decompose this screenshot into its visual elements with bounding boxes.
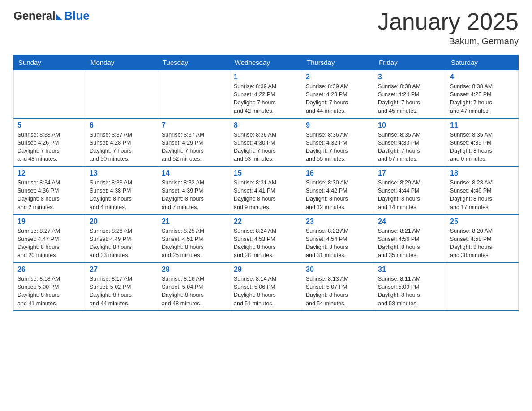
- calendar-cell: 22Sunrise: 8:24 AMSunset: 4:53 PMDayligh…: [230, 214, 302, 263]
- day-info: Sunrise: 8:18 AMSunset: 5:00 PMDaylight:…: [17, 275, 82, 308]
- day-info: Sunrise: 8:22 AMSunset: 4:54 PMDaylight:…: [306, 227, 370, 260]
- calendar-cell: 14Sunrise: 8:32 AMSunset: 4:39 PMDayligh…: [158, 166, 230, 214]
- day-number: 30: [306, 265, 370, 274]
- day-info: Sunrise: 8:24 AMSunset: 4:53 PMDaylight:…: [234, 227, 298, 260]
- day-number: 29: [234, 265, 298, 274]
- calendar-cell: [158, 70, 230, 118]
- calendar-cell: 7Sunrise: 8:37 AMSunset: 4:29 PMDaylight…: [158, 118, 230, 167]
- day-number: 26: [17, 265, 82, 274]
- day-number: 5: [17, 121, 82, 129]
- calendar-cell: 27Sunrise: 8:17 AMSunset: 5:02 PMDayligh…: [86, 262, 158, 311]
- day-info: Sunrise: 8:27 AMSunset: 4:47 PMDaylight:…: [17, 227, 82, 260]
- day-number: 6: [90, 121, 154, 129]
- calendar-cell: 26Sunrise: 8:18 AMSunset: 5:00 PMDayligh…: [14, 262, 86, 311]
- page-header: General Blue January 2025 Bakum, Germany: [13, 9, 519, 47]
- weekday-header-saturday: Saturday: [446, 55, 519, 70]
- logo-triangle-icon: [56, 14, 62, 20]
- day-info: Sunrise: 8:38 AMSunset: 4:26 PMDaylight:…: [17, 131, 82, 163]
- weekday-header-monday: Monday: [86, 55, 158, 70]
- month-title: January 2025: [378, 9, 519, 34]
- day-info: Sunrise: 8:14 AMSunset: 5:06 PMDaylight:…: [234, 275, 298, 308]
- location-text: Bakum, Germany: [378, 36, 519, 47]
- day-info: Sunrise: 8:28 AMSunset: 4:46 PMDaylight:…: [450, 179, 515, 211]
- calendar-cell: 11Sunrise: 8:35 AMSunset: 4:35 PMDayligh…: [446, 118, 519, 167]
- calendar-cell: 2Sunrise: 8:39 AMSunset: 4:23 PMDaylight…: [302, 70, 374, 118]
- day-number: 14: [162, 169, 226, 177]
- day-number: 3: [378, 73, 442, 81]
- calendar-table: SundayMondayTuesdayWednesdayThursdayFrid…: [13, 55, 519, 311]
- day-info: Sunrise: 8:29 AMSunset: 4:44 PMDaylight:…: [378, 179, 442, 211]
- calendar-cell: 19Sunrise: 8:27 AMSunset: 4:47 PMDayligh…: [14, 214, 86, 263]
- day-number: 11: [450, 121, 515, 129]
- calendar-cell: [14, 70, 86, 118]
- week-row-3: 12Sunrise: 8:34 AMSunset: 4:36 PMDayligh…: [14, 166, 519, 214]
- logo: General Blue: [13, 9, 90, 23]
- day-info: Sunrise: 8:39 AMSunset: 4:23 PMDaylight:…: [306, 82, 370, 115]
- week-row-1: 1Sunrise: 8:39 AMSunset: 4:22 PMDaylight…: [14, 70, 519, 118]
- calendar-cell: 5Sunrise: 8:38 AMSunset: 4:26 PMDaylight…: [14, 118, 86, 167]
- day-number: 17: [378, 169, 442, 177]
- day-number: 13: [90, 169, 154, 177]
- day-info: Sunrise: 8:11 AMSunset: 5:09 PMDaylight:…: [378, 275, 442, 308]
- day-number: 28: [162, 265, 226, 274]
- day-number: 9: [306, 121, 370, 129]
- day-info: Sunrise: 8:17 AMSunset: 5:02 PMDaylight:…: [90, 275, 154, 308]
- day-number: 18: [450, 169, 515, 177]
- week-row-2: 5Sunrise: 8:38 AMSunset: 4:26 PMDaylight…: [14, 118, 519, 167]
- calendar-cell: 8Sunrise: 8:36 AMSunset: 4:30 PMDaylight…: [230, 118, 302, 167]
- day-number: 2: [306, 73, 370, 81]
- day-info: Sunrise: 8:36 AMSunset: 4:32 PMDaylight:…: [306, 131, 370, 163]
- day-info: Sunrise: 8:31 AMSunset: 4:41 PMDaylight:…: [234, 179, 298, 211]
- day-info: Sunrise: 8:34 AMSunset: 4:36 PMDaylight:…: [17, 179, 82, 211]
- title-section: January 2025 Bakum, Germany: [378, 9, 519, 47]
- calendar-cell: 17Sunrise: 8:29 AMSunset: 4:44 PMDayligh…: [374, 166, 446, 214]
- weekday-header-wednesday: Wednesday: [230, 55, 302, 70]
- calendar-cell: [446, 262, 519, 311]
- day-number: 16: [306, 169, 370, 177]
- calendar-cell: 20Sunrise: 8:26 AMSunset: 4:49 PMDayligh…: [86, 214, 158, 263]
- day-number: 22: [234, 218, 298, 226]
- day-number: 15: [234, 169, 298, 177]
- week-row-5: 26Sunrise: 8:18 AMSunset: 5:00 PMDayligh…: [14, 262, 519, 311]
- day-info: Sunrise: 8:26 AMSunset: 4:49 PMDaylight:…: [90, 227, 154, 260]
- day-info: Sunrise: 8:21 AMSunset: 4:56 PMDaylight:…: [378, 227, 442, 260]
- calendar-cell: 25Sunrise: 8:20 AMSunset: 4:58 PMDayligh…: [446, 214, 519, 263]
- calendar-cell: 9Sunrise: 8:36 AMSunset: 4:32 PMDaylight…: [302, 118, 374, 167]
- day-info: Sunrise: 8:20 AMSunset: 4:58 PMDaylight:…: [450, 227, 515, 260]
- day-info: Sunrise: 8:39 AMSunset: 4:22 PMDaylight:…: [234, 82, 298, 115]
- day-info: Sunrise: 8:32 AMSunset: 4:39 PMDaylight:…: [162, 179, 226, 211]
- day-number: 24: [378, 218, 442, 226]
- day-info: Sunrise: 8:35 AMSunset: 4:35 PMDaylight:…: [450, 131, 515, 163]
- calendar-cell: 15Sunrise: 8:31 AMSunset: 4:41 PMDayligh…: [230, 166, 302, 214]
- day-number: 8: [234, 121, 298, 129]
- day-number: 23: [306, 218, 370, 226]
- calendar-cell: 29Sunrise: 8:14 AMSunset: 5:06 PMDayligh…: [230, 262, 302, 311]
- day-number: 1: [234, 73, 298, 81]
- day-info: Sunrise: 8:36 AMSunset: 4:30 PMDaylight:…: [234, 131, 298, 163]
- calendar-cell: 16Sunrise: 8:30 AMSunset: 4:42 PMDayligh…: [302, 166, 374, 214]
- calendar-cell: 12Sunrise: 8:34 AMSunset: 4:36 PMDayligh…: [14, 166, 86, 214]
- day-info: Sunrise: 8:37 AMSunset: 4:29 PMDaylight:…: [162, 131, 226, 163]
- week-row-4: 19Sunrise: 8:27 AMSunset: 4:47 PMDayligh…: [14, 214, 519, 263]
- day-number: 20: [90, 218, 154, 226]
- day-number: 7: [162, 121, 226, 129]
- calendar-cell: 3Sunrise: 8:38 AMSunset: 4:24 PMDaylight…: [374, 70, 446, 118]
- calendar-cell: 24Sunrise: 8:21 AMSunset: 4:56 PMDayligh…: [374, 214, 446, 263]
- day-number: 21: [162, 218, 226, 226]
- calendar-cell: 21Sunrise: 8:25 AMSunset: 4:51 PMDayligh…: [158, 214, 230, 263]
- day-info: Sunrise: 8:13 AMSunset: 5:07 PMDaylight:…: [306, 275, 370, 308]
- calendar-cell: [86, 70, 158, 118]
- day-info: Sunrise: 8:16 AMSunset: 5:04 PMDaylight:…: [162, 275, 226, 308]
- day-info: Sunrise: 8:37 AMSunset: 4:28 PMDaylight:…: [90, 131, 154, 163]
- weekday-header-sunday: Sunday: [14, 55, 86, 70]
- day-info: Sunrise: 8:38 AMSunset: 4:24 PMDaylight:…: [378, 82, 442, 115]
- day-info: Sunrise: 8:33 AMSunset: 4:38 PMDaylight:…: [90, 179, 154, 211]
- day-number: 10: [378, 121, 442, 129]
- calendar-cell: 1Sunrise: 8:39 AMSunset: 4:22 PMDaylight…: [230, 70, 302, 118]
- day-number: 19: [17, 218, 82, 226]
- day-number: 31: [378, 265, 442, 274]
- calendar-cell: 10Sunrise: 8:35 AMSunset: 4:33 PMDayligh…: [374, 118, 446, 167]
- calendar-cell: 18Sunrise: 8:28 AMSunset: 4:46 PMDayligh…: [446, 166, 519, 214]
- calendar-cell: 4Sunrise: 8:38 AMSunset: 4:25 PMDaylight…: [446, 70, 519, 118]
- calendar-cell: 31Sunrise: 8:11 AMSunset: 5:09 PMDayligh…: [374, 262, 446, 311]
